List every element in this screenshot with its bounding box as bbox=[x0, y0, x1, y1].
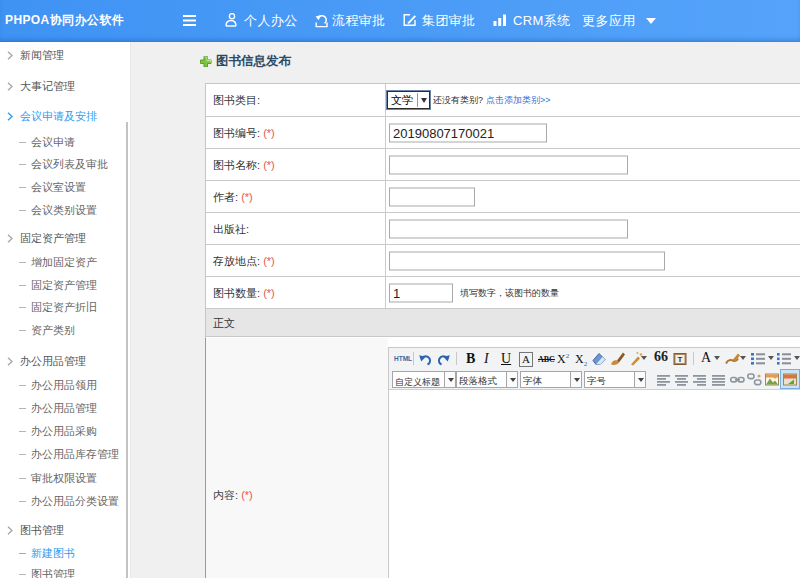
svg-text:T: T bbox=[678, 355, 683, 364]
